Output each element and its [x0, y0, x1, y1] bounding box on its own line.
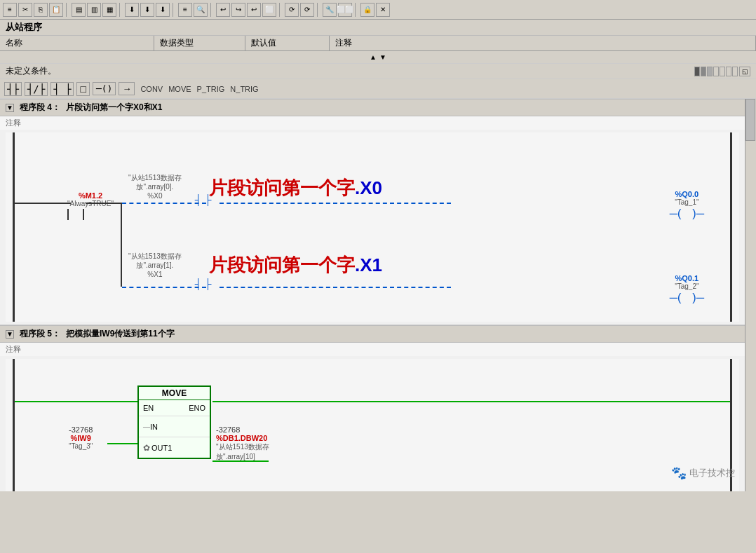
tb-btn-13[interactable]: ↩: [216, 3, 230, 17]
tb-btn-20[interactable]: ⬜⬜: [338, 3, 352, 17]
big-label-x0: 片段访问第一个字.X0: [209, 176, 382, 200]
move-in-label: IN: [150, 423, 158, 431]
tb-btn-11[interactable]: ≡: [178, 3, 192, 17]
dashed-r2-left: [122, 287, 206, 288]
contact2-r2-line2: 放".array[1].: [128, 261, 182, 270]
main-toolbar: ≡ ✂ ⎘ 📋 ▤ ▥ ▦ ⬇ ⬇ ⬇ ≡ 🔍 ↩ ↪ ↩ ⬜ ⟳ ⟳ 🔧 ⬜⬜…: [0, 0, 756, 20]
tb-btn-7[interactable]: ▦: [102, 3, 116, 17]
coil-q00: %Q0.0 "Tag_1" ─( )─: [670, 190, 704, 220]
main-content-wrapper: ▼ 程序段 4： 片段访问第一个字X0和X1 注释 %M1.2 "AlwaysT…: [0, 99, 756, 491]
move-in-icon: ─: [143, 421, 150, 432]
tb-btn-9[interactable]: ⬇: [140, 3, 154, 17]
seg5-input-value: -32768: [69, 425, 93, 434]
tb-btn-14[interactable]: ↪: [231, 3, 245, 17]
scroll-thumb[interactable]: [745, 99, 755, 141]
coil-q00-addr: %Q0.0: [670, 190, 704, 198]
move-title: MOVE: [139, 387, 210, 400]
instruction-toolbar: ┤├ ┤/├ ┤ ├ □ ─() → CONV MOVE P_TRIG N_TR…: [0, 79, 756, 99]
segment-5-header: ▼ 程序段 5： 把模拟量IW9传送到第11个字: [0, 325, 745, 343]
seg5-out-line: [212, 460, 269, 462]
scroll-down-icon[interactable]: ▼: [379, 53, 386, 61]
contact2-r1-line2: 放".array[0].: [128, 182, 182, 191]
tb-btn-12[interactable]: 🔍: [194, 3, 208, 17]
tb-btn-1[interactable]: ≡: [3, 3, 17, 17]
seg5-left-rail: [13, 359, 15, 491]
tb-btn-16[interactable]: ⬜: [262, 3, 276, 17]
conv-label[interactable]: CONV: [140, 85, 163, 93]
tb-btn-19[interactable]: 🔧: [323, 3, 337, 17]
tb-btn-8[interactable]: ⬇: [125, 3, 139, 17]
seg5-line-left: [15, 401, 137, 402]
tb-btn-5[interactable]: ▤: [72, 3, 86, 17]
move-en-label: EN: [143, 404, 154, 412]
status-icon-5: [720, 67, 725, 76]
seg4-collapse-btn[interactable]: ▼: [6, 104, 14, 112]
contact2-r2-label: "从站1513数据存 放".array[1]. %X1: [128, 252, 182, 279]
contact2-r1-label: "从站1513数据存 放".array[0]. %X0: [128, 173, 182, 200]
seg4-comment: 注释: [0, 116, 745, 130]
big-label-x1: 片段访问第一个字.X1: [209, 253, 382, 278]
col-default: 默认值: [245, 36, 330, 50]
tb-btn-10[interactable]: ⬇: [156, 3, 170, 17]
tb-btn-lock[interactable]: 🔒: [360, 3, 374, 17]
segment-4-header: ▼ 程序段 4： 片段访问第一个字X0和X1: [0, 99, 745, 116]
watermark-text: 电子技术控: [689, 467, 735, 479]
coil-q01-addr: %Q0.1: [670, 274, 704, 282]
contact-m12-addr: %M1.2: [67, 191, 114, 200]
contact-no-btn[interactable]: ┤├: [4, 82, 22, 96]
coil-q01: %Q0.1 "Tag_2" ─( )─: [670, 274, 704, 304]
col-name: 名称: [0, 36, 154, 50]
program-title: 从站程序: [6, 22, 42, 32]
seg5-output-addr: %DB1.DBW20: [216, 434, 300, 442]
contact-m12-gap: [69, 214, 83, 215]
jump-btn[interactable]: →: [119, 82, 135, 95]
coil-q00-sym: ─(: [670, 207, 682, 220]
scroll-up-icon[interactable]: ▲: [370, 53, 377, 61]
tb-btn-3[interactable]: ⎘: [34, 3, 48, 17]
segment-4: ▼ 程序段 4： 片段访问第一个字X0和X1 注释 %M1.2 "AlwaysT…: [0, 99, 745, 325]
tb-sep-6: [317, 3, 320, 17]
status-icon-4: [713, 67, 719, 76]
seg5-collapse-btn[interactable]: ▼: [6, 330, 14, 339]
toolbar-icons: ≡ ✂ ⎘ 📋 ▤ ▥ ▦ ⬇ ⬇ ⬇ ≡ 🔍 ↩ ↪ ↩ ⬜ ⟳ ⟳ 🔧 ⬜⬜…: [3, 3, 390, 17]
move-out-row: ✿ OUT1: [139, 437, 210, 458]
column-header: 名称 数据类型 默认值 注释: [0, 36, 756, 51]
tb-btn-4[interactable]: 📋: [49, 3, 63, 17]
n-trig-label[interactable]: N_TRIG: [230, 85, 258, 93]
tb-sep-5: [279, 3, 282, 17]
contact2-r2-sym: ┤ ├: [195, 278, 212, 289]
col-datatype: 数据类型: [154, 36, 245, 50]
move-gear-icon: ✿: [143, 443, 150, 453]
coil-btn[interactable]: ─(): [93, 82, 116, 95]
seg5-title: 把模拟量IW9传送到第11个字: [66, 328, 175, 340]
tb-btn-15[interactable]: ↩: [247, 3, 261, 17]
seg5-number: 程序段 5：: [20, 328, 60, 340]
status-expand-btn[interactable]: ◱: [739, 67, 750, 76]
tb-sep-4: [210, 3, 213, 17]
tb-btn-18[interactable]: ⟳: [300, 3, 314, 17]
seg5-comment: 注释: [0, 343, 745, 356]
coil-q01-sym2: )─: [692, 292, 704, 304]
seg4-title: 片段访问第一个字X0和X1: [66, 102, 162, 114]
tb-btn-close[interactable]: ✕: [376, 3, 390, 17]
contact2-r2-line1: "从站1513数据存: [128, 252, 182, 261]
seg5-output-label: -32768 %DB1.DBW20 "从站1513数据存放".array[10]: [216, 425, 300, 462]
move-label[interactable]: MOVE: [168, 85, 191, 93]
move-in-row: ─ IN: [139, 416, 210, 437]
col-datatype-label: 数据类型: [160, 37, 194, 49]
tb-btn-17[interactable]: ⟳: [285, 3, 299, 17]
contact-p-btn[interactable]: ┤ ├: [50, 82, 74, 96]
col-comment: 注释: [330, 36, 756, 50]
h-line-r1-left: [15, 203, 71, 204]
tb-btn-6[interactable]: ▥: [87, 3, 101, 17]
box-btn[interactable]: □: [76, 82, 89, 96]
p-trig-label[interactable]: P_TRIG: [197, 85, 225, 93]
tb-btn-2[interactable]: ✂: [18, 3, 32, 17]
scroll-arrows: ▲ ▼: [0, 51, 756, 64]
contact-nc-btn[interactable]: ┤/├: [25, 82, 48, 96]
right-scrollbar[interactable]: [745, 99, 756, 491]
h-line-r1-to-fork: [86, 203, 121, 204]
col-default-label: 默认值: [251, 37, 276, 49]
move-en-row: EN ENO: [139, 400, 210, 416]
contact2-r1-line3: %X0: [128, 191, 182, 200]
